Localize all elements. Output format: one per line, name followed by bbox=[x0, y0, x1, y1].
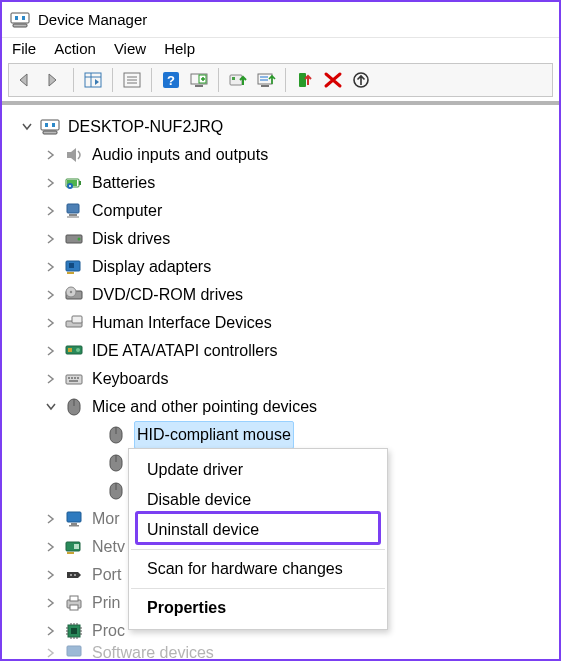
chevron-right-icon[interactable] bbox=[44, 316, 58, 330]
help-button[interactable]: ? bbox=[158, 67, 184, 93]
chevron-down-icon[interactable] bbox=[20, 120, 34, 134]
svg-rect-19 bbox=[261, 85, 269, 87]
forward-button[interactable] bbox=[41, 67, 67, 93]
tree-root[interactable]: DESKTOP-NUF2JRQ bbox=[12, 113, 553, 141]
svg-rect-37 bbox=[69, 263, 74, 268]
svg-rect-30 bbox=[67, 204, 79, 213]
battery-icon bbox=[62, 171, 86, 195]
svg-rect-42 bbox=[72, 316, 82, 323]
category-batteries[interactable]: Batteries bbox=[12, 169, 553, 197]
svg-text:?: ? bbox=[167, 73, 175, 88]
svg-rect-49 bbox=[74, 377, 76, 379]
chevron-right-icon[interactable] bbox=[44, 260, 58, 274]
svg-point-45 bbox=[76, 348, 80, 352]
chevron-right-icon[interactable] bbox=[44, 372, 58, 386]
chevron-down-icon[interactable] bbox=[44, 400, 58, 414]
category-audio[interactable]: Audio inputs and outputs bbox=[12, 141, 553, 169]
properties-button[interactable] bbox=[119, 67, 145, 93]
category-keyboards[interactable]: Keyboards bbox=[12, 365, 553, 393]
svg-rect-25 bbox=[43, 131, 57, 134]
category-mice[interactable]: Mice and other pointing devices bbox=[12, 393, 553, 421]
chevron-right-icon[interactable] bbox=[44, 512, 58, 526]
context-menu: Update driver Disable device Uninstall d… bbox=[128, 448, 388, 630]
device-hid-mouse[interactable]: HID-compliant mouse bbox=[12, 421, 553, 449]
menu-file[interactable]: File bbox=[12, 40, 36, 57]
svg-rect-60 bbox=[67, 512, 81, 522]
chevron-right-icon[interactable] bbox=[44, 540, 58, 554]
tree-root-label: DESKTOP-NUF2JRQ bbox=[68, 114, 223, 140]
window-title: Device Manager bbox=[38, 11, 147, 28]
mouse-icon bbox=[104, 451, 128, 475]
port-icon bbox=[62, 563, 86, 587]
category-hid[interactable]: Human Interface Devices bbox=[12, 309, 553, 337]
update-driver-button[interactable] bbox=[225, 67, 251, 93]
svg-rect-24 bbox=[52, 123, 55, 127]
chevron-right-icon[interactable] bbox=[44, 288, 58, 302]
ctx-update-driver[interactable]: Update driver bbox=[129, 455, 387, 485]
svg-rect-51 bbox=[69, 380, 78, 382]
category-label: IDE ATA/ATAPI controllers bbox=[92, 338, 278, 364]
chevron-right-icon[interactable] bbox=[44, 232, 58, 246]
chevron-right-icon[interactable] bbox=[44, 624, 58, 638]
ctx-disable-device[interactable]: Disable device bbox=[129, 485, 387, 515]
category-dvd[interactable]: DVD/CD-ROM drives bbox=[12, 281, 553, 309]
svg-point-34 bbox=[78, 238, 81, 241]
category-label: Mor bbox=[92, 506, 120, 532]
mouse-icon bbox=[104, 423, 128, 447]
uninstall-device-button[interactable] bbox=[320, 67, 346, 93]
svg-rect-1 bbox=[15, 16, 18, 20]
chevron-right-icon[interactable] bbox=[44, 344, 58, 358]
scan-hardware-button[interactable] bbox=[186, 67, 212, 93]
category-label: Mice and other pointing devices bbox=[92, 394, 317, 420]
svg-rect-46 bbox=[66, 375, 82, 384]
svg-rect-0 bbox=[11, 13, 29, 23]
legacy-hardware-button[interactable] bbox=[348, 67, 374, 93]
disable-device-button[interactable] bbox=[253, 67, 279, 93]
chevron-right-icon[interactable] bbox=[44, 148, 58, 162]
menu-view[interactable]: View bbox=[114, 40, 146, 57]
chevron-right-icon[interactable] bbox=[44, 596, 58, 610]
svg-rect-32 bbox=[67, 216, 79, 218]
chevron-right-icon[interactable] bbox=[44, 176, 58, 190]
device-manager-icon bbox=[10, 10, 30, 30]
keyboard-icon bbox=[62, 367, 86, 391]
svg-rect-17 bbox=[232, 77, 235, 80]
enable-device-button[interactable] bbox=[292, 67, 318, 93]
titlebar: Device Manager bbox=[2, 2, 559, 38]
menu-help[interactable]: Help bbox=[164, 40, 195, 57]
monitor-icon bbox=[62, 507, 86, 531]
ctx-properties[interactable]: Properties bbox=[129, 593, 387, 623]
category-label: Disk drives bbox=[92, 226, 170, 252]
category-disk-drives[interactable]: Disk drives bbox=[12, 225, 553, 253]
ctx-scan-hardware[interactable]: Scan for hardware changes bbox=[129, 554, 387, 584]
ide-controller-icon bbox=[62, 339, 86, 363]
category-ide[interactable]: IDE ATA/ATAPI controllers bbox=[12, 337, 553, 365]
show-hide-tree-button[interactable] bbox=[80, 67, 106, 93]
category-label: Software devices bbox=[92, 645, 214, 661]
printer-icon bbox=[62, 591, 86, 615]
chevron-right-icon[interactable] bbox=[44, 646, 58, 660]
ctx-uninstall-device[interactable]: Uninstall device bbox=[129, 515, 387, 545]
chevron-right-icon[interactable] bbox=[44, 204, 58, 218]
category-label: Computer bbox=[92, 198, 162, 224]
svg-rect-65 bbox=[74, 544, 79, 549]
svg-point-40 bbox=[70, 291, 72, 293]
category-software-devices[interactable]: Software devices bbox=[12, 645, 553, 661]
svg-rect-20 bbox=[299, 73, 306, 87]
hid-icon bbox=[62, 311, 86, 335]
category-label: Batteries bbox=[92, 170, 155, 196]
category-display-adapters[interactable]: Display adapters bbox=[12, 253, 553, 281]
chevron-right-icon[interactable] bbox=[44, 568, 58, 582]
category-computer[interactable]: Computer bbox=[12, 197, 553, 225]
svg-rect-27 bbox=[79, 181, 81, 185]
category-label: Human Interface Devices bbox=[92, 310, 272, 336]
mouse-icon bbox=[104, 479, 128, 503]
menu-action[interactable]: Action bbox=[54, 40, 96, 57]
processor-icon bbox=[62, 619, 86, 643]
toolbar: ? bbox=[8, 63, 553, 97]
back-button[interactable] bbox=[13, 67, 39, 93]
category-label: Display adapters bbox=[92, 254, 211, 280]
svg-rect-44 bbox=[68, 348, 72, 352]
svg-rect-61 bbox=[71, 523, 77, 525]
svg-rect-64 bbox=[67, 552, 74, 554]
